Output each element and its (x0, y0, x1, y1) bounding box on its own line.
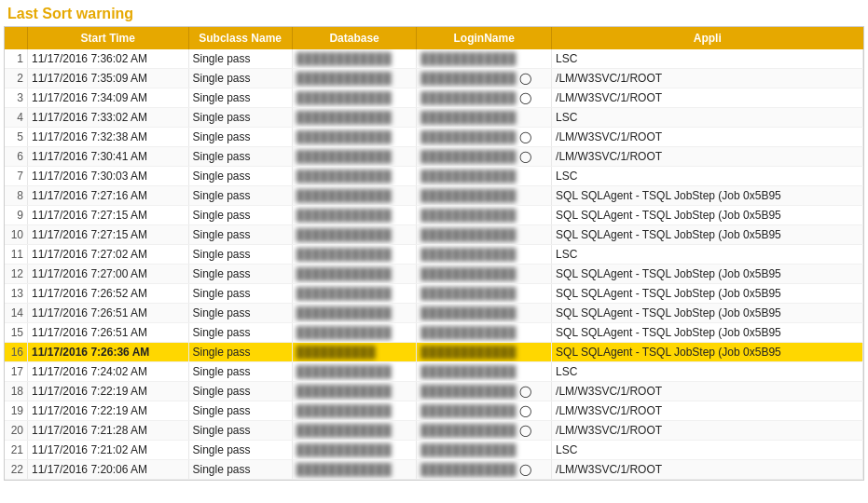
cell-appli: /LM/W3SVC/1/ROOT (552, 147, 863, 167)
col-header-num (5, 27, 27, 49)
table-row[interactable]: 1311/17/2016 7:26:52 AMSingle pass██████… (5, 284, 863, 304)
cell-appli: /LM/W3SVC/1/ROOT (552, 69, 863, 88)
cell-subclass: Single pass (188, 460, 292, 480)
cell-database: ████████████ (292, 225, 417, 245)
table-row[interactable]: 1611/17/2016 7:26:36 AMSingle pass██████… (5, 343, 863, 362)
col-header-login[interactable]: LoginName (417, 27, 552, 49)
cell-subclass: Single pass (188, 128, 292, 147)
cell-appli: SQL SQLAgent - TSQL JobStep (Job 0x5B95 (552, 206, 863, 225)
row-number: 14 (5, 304, 27, 323)
table-row[interactable]: 1911/17/2016 7:22:19 AMSingle pass██████… (5, 401, 863, 421)
cell-appli: SQL SQLAgent - TSQL JobStep (Job 0x5B95 (552, 304, 863, 323)
cell-subclass: Single pass (188, 343, 292, 362)
cell-database: ████████████ (292, 460, 417, 480)
cell-appli: /LM/W3SVC/1/ROOT (552, 460, 863, 480)
col-header-database[interactable]: Database (292, 27, 417, 49)
cell-appli: LSC (552, 108, 863, 128)
row-number: 20 (5, 421, 27, 441)
cell-appli: SQL SQLAgent - TSQL JobStep (Job 0x5B95 (552, 284, 863, 304)
table-row[interactable]: 811/17/2016 7:27:16 AMSingle pass███████… (5, 186, 863, 206)
cell-appli: LSC (552, 49, 863, 69)
row-number: 21 (5, 441, 27, 460)
row-number: 5 (5, 128, 27, 147)
cell-login: ████████████ ◯ (417, 382, 552, 401)
cell-database: ████████████ (292, 49, 417, 69)
col-header-appli[interactable]: Appli (552, 27, 863, 49)
table-row[interactable]: 711/17/2016 7:30:03 AMSingle pass███████… (5, 167, 863, 186)
cell-login: ████████████ (417, 362, 552, 382)
table-row[interactable]: 2111/17/2016 7:21:02 AMSingle pass██████… (5, 441, 863, 460)
cell-database: ████████████ (292, 88, 417, 108)
row-number: 8 (5, 186, 27, 206)
row-number: 3 (5, 88, 27, 108)
table-row[interactable]: 311/17/2016 7:34:09 AMSingle pass███████… (5, 88, 863, 108)
cell-appli: SQL SQLAgent - TSQL JobStep (Job 0x5B95 (552, 225, 863, 245)
cell-login: ████████████ ◯ (417, 147, 552, 167)
cell-database: ████████████ (292, 128, 417, 147)
cell-login: ████████████ (417, 186, 552, 206)
cell-database: ████████████ (292, 382, 417, 401)
table-row[interactable]: 411/17/2016 7:33:02 AMSingle pass███████… (5, 108, 863, 128)
table-row[interactable]: 611/17/2016 7:30:41 AMSingle pass███████… (5, 147, 863, 167)
cell-database: ████████████ (292, 206, 417, 225)
cell-database: ████████████ (292, 186, 417, 206)
table-row[interactable]: 511/17/2016 7:32:38 AMSingle pass███████… (5, 128, 863, 147)
col-header-start[interactable]: Start Time (27, 27, 188, 49)
cell-start-time: 11/17/2016 7:26:51 AM (27, 323, 188, 343)
cell-subclass: Single pass (188, 401, 292, 421)
cell-database: ████████████ (292, 284, 417, 304)
cell-subclass: Single pass (188, 245, 292, 265)
cell-database: ████████████ (292, 362, 417, 382)
cell-subclass: Single pass (188, 206, 292, 225)
cell-login: ████████████ (417, 343, 552, 362)
cell-start-time: 11/17/2016 7:27:00 AM (27, 265, 188, 284)
table-row[interactable]: 2011/17/2016 7:21:28 AMSingle pass██████… (5, 421, 863, 441)
cell-database: ████████████ (292, 304, 417, 323)
table-row[interactable]: 211/17/2016 7:35:09 AMSingle pass███████… (5, 69, 863, 88)
cell-subclass: Single pass (188, 108, 292, 128)
row-number: 18 (5, 382, 27, 401)
cell-database: ████████████ (292, 441, 417, 460)
cell-start-time: 11/17/2016 7:32:38 AM (27, 128, 188, 147)
cell-database: ████████████ (292, 167, 417, 186)
table-row[interactable]: 1511/17/2016 7:26:51 AMSingle pass██████… (5, 323, 863, 343)
cell-login: ████████████ (417, 245, 552, 265)
row-number: 7 (5, 167, 27, 186)
cell-appli: LSC (552, 441, 863, 460)
cell-database: ████████████ (292, 265, 417, 284)
cell-appli: /LM/W3SVC/1/ROOT (552, 401, 863, 421)
table-row[interactable]: 2211/17/2016 7:20:06 AMSingle pass██████… (5, 460, 863, 480)
cell-subclass: Single pass (188, 441, 292, 460)
cell-subclass: Single pass (188, 304, 292, 323)
table-row[interactable]: 911/17/2016 7:27:15 AMSingle pass███████… (5, 206, 863, 225)
cell-subclass: Single pass (188, 69, 292, 88)
table-row[interactable]: 1211/17/2016 7:27:00 AMSingle pass██████… (5, 265, 863, 284)
cell-appli: SQL SQLAgent - TSQL JobStep (Job 0x5B95 (552, 265, 863, 284)
cell-login: ████████████ (417, 304, 552, 323)
cell-database: ████████████ (292, 401, 417, 421)
cell-subclass: Single pass (188, 225, 292, 245)
table-row[interactable]: 1111/17/2016 7:27:02 AMSingle pass██████… (5, 245, 863, 265)
table-row[interactable]: 1011/17/2016 7:27:15 AMSingle pass██████… (5, 225, 863, 245)
cell-login: ████████████ ◯ (417, 128, 552, 147)
cell-start-time: 11/17/2016 7:26:51 AM (27, 304, 188, 323)
row-number: 13 (5, 284, 27, 304)
table-row[interactable]: 1811/17/2016 7:22:19 AMSingle pass██████… (5, 382, 863, 401)
table-row[interactable]: 1411/17/2016 7:26:51 AMSingle pass██████… (5, 304, 863, 323)
cell-subclass: Single pass (188, 147, 292, 167)
row-number: 4 (5, 108, 27, 128)
cell-start-time: 11/17/2016 7:27:02 AM (27, 245, 188, 265)
cell-login: ████████████ (417, 265, 552, 284)
cell-login: ████████████ ◯ (417, 460, 552, 480)
cell-start-time: 11/17/2016 7:27:15 AM (27, 206, 188, 225)
cell-appli: /LM/W3SVC/1/ROOT (552, 382, 863, 401)
cell-start-time: 11/17/2016 7:20:06 AM (27, 460, 188, 480)
cell-database: ██████████ (292, 343, 417, 362)
col-header-subclass[interactable]: Subclass Name (188, 27, 292, 49)
table-row[interactable]: 1711/17/2016 7:24:02 AMSingle pass██████… (5, 362, 863, 382)
cell-start-time: 11/17/2016 7:26:52 AM (27, 284, 188, 304)
table-row[interactable]: 111/17/2016 7:36:02 AMSingle pass███████… (5, 49, 863, 69)
row-number: 12 (5, 265, 27, 284)
cell-appli: SQL SQLAgent - TSQL JobStep (Job 0x5B95 (552, 323, 863, 343)
cell-appli: /LM/W3SVC/1/ROOT (552, 88, 863, 108)
